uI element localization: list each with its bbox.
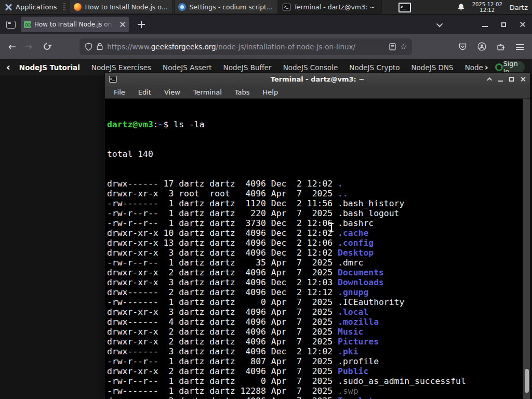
forward-button[interactable]: → [24, 41, 32, 52]
url-scheme: https://www. [107, 43, 151, 51]
nav-link[interactable]: NodeJS Tutorial [14, 63, 86, 72]
terminal-close-button[interactable] [520, 76, 526, 82]
terminal-line: -rw-r--r-- 1 dartz dartz 0 Apr 7 2025 .s… [107, 376, 523, 386]
taskbar-window-label: How to Install Node.js o... [85, 3, 167, 11]
terminal-launcher-button[interactable] [396, 2, 414, 13]
mouse-cursor-ibeam [329, 223, 334, 232]
terminal-menu-item[interactable]: Help [263, 88, 278, 96]
applications-menu-label: Applications [16, 3, 57, 11]
terminal-line: -rw-r--r-- 1 dartz dartz 3730 Dec 2 12:0… [107, 218, 523, 228]
tab-close-icon[interactable] [119, 21, 126, 28]
terminal-line: -rw-r--r-- 1 dartz dartz 35 Apr 7 2025 .… [107, 258, 523, 268]
terminal-menu-item[interactable]: Tabs [235, 88, 250, 96]
terminal-line: drwxr-xr-x 13 dartz dartz 4096 Dec 2 12:… [107, 238, 523, 248]
browser-toolbar: ← → https://www.geeksforgeeks.org/node-j… [0, 34, 532, 59]
browser-tab[interactable]: How to Install Node.js on [21, 17, 129, 32]
terminal-title: Terminal - dartz@vm3: ~ [105, 75, 530, 83]
terminal-scrollbar[interactable] [523, 99, 530, 399]
terminal-icon [398, 3, 411, 12]
nav-scroll-left-icon[interactable]: ‹ [6, 62, 10, 72]
notification-bell-icon[interactable] [457, 3, 465, 11]
tab-title: How to Install Node.js on [34, 21, 116, 28]
terminal-title-bar[interactable]: Terminal - dartz@vm3: ~ [105, 73, 530, 86]
terminal-menu-item[interactable]: Terminal [193, 88, 222, 96]
firefox-icon [74, 3, 82, 11]
terminal-window: Terminal - dartz@vm3: ~ FileEditViewTerm… [105, 73, 530, 399]
taskbar: How to Install Node.js o...Settings - co… [70, 0, 383, 14]
terminal-line: drwx------ 3 dartz dartz 4096 Dec 2 12:0… [107, 347, 523, 356]
applications-menu-button[interactable]: Applications [0, 0, 61, 14]
terminal-line: drwxr-xr-x 10 dartz dartz 4096 Dec 2 12:… [107, 228, 523, 238]
browser-tab-bar: How to Install Node.js on [0, 15, 532, 34]
taskbar-window-button[interactable]: Terminal - dartz@vm3: ~ [278, 0, 382, 14]
nav-link[interactable]: NodeJS DNS [406, 63, 459, 72]
url-path: /node-js/installation-of-node-js-on-linu… [216, 43, 356, 51]
prompt-symbol: $ [164, 119, 174, 129]
nav-link[interactable]: NodeJS Exercises [86, 63, 157, 72]
pocket-icon[interactable] [458, 43, 467, 51]
desktop-panel: Applications How to Install Node.js o...… [0, 0, 532, 15]
terminal-line: drwx------ 17 dartz dartz 4096 Dec 2 12:… [107, 179, 523, 189]
taskbar-window-label: Terminal - dartz@vm3: ~ [294, 3, 375, 11]
terminal-line: drwx------ 4 dartz dartz 4096 Apr 7 2025… [107, 317, 523, 327]
panel-grip [63, 3, 65, 11]
menu-hamburger-icon[interactable] [516, 44, 524, 50]
window-maximize-button[interactable] [501, 22, 506, 27]
account-icon[interactable] [477, 42, 486, 51]
terminal-content[interactable]: dartz@vm3:~$ ls -la total 140 drwx------… [105, 99, 523, 399]
terminal-line: drwxr-xr-x 2 dartz dartz 4096 Apr 7 2025… [107, 366, 523, 376]
nav-link[interactable]: NodeJS Console [277, 63, 344, 72]
extensions-puzzle-icon[interactable] [497, 43, 506, 51]
terminal-line: drwxr-xr-x 3 dartz dartz 4096 Apr 7 2025… [107, 307, 523, 317]
terminal-line: drwxr-xr-x 2 dartz dartz 4096 Apr 7 2025… [107, 396, 523, 399]
nav-link[interactable]: NodeJS Assert [157, 63, 218, 72]
terminal-line: -rw-r--r-- 1 dartz dartz 807 Apr 7 2025 … [107, 356, 523, 366]
terminal-menu-item[interactable]: File [114, 88, 125, 96]
prompt-command: ls -la [174, 119, 204, 129]
back-button[interactable]: ← [8, 41, 16, 52]
terminal-line: drwx------ 2 dartz dartz 4096 Dec 2 12:1… [107, 287, 523, 297]
list-tabs-icon[interactable] [436, 20, 443, 27]
reader-mode-icon[interactable] [389, 43, 396, 50]
prompt-user-host: dartz@vm3 [107, 119, 153, 129]
terminal-maximize-button[interactable] [509, 77, 514, 82]
terminal-menu-item[interactable]: Edit [138, 88, 151, 96]
new-tab-button[interactable] [136, 19, 147, 30]
terminal-line: drwxr-xr-x 3 root root 4096 Apr 7 2025 .… [107, 189, 523, 198]
nav-scroll-right-icon[interactable]: › [485, 62, 488, 72]
taskbar-window-label: Settings - codium script... [189, 3, 272, 11]
taskbar-window-button[interactable]: Settings - codium script... [174, 0, 277, 14]
applications-menu-icon [4, 3, 12, 11]
search-icon[interactable] [495, 63, 503, 71]
taskbar-window-button[interactable]: How to Install Node.js o... [70, 0, 173, 14]
nav-links: NodeJS TutorialNodeJS ExercisesNodeJS As… [14, 63, 489, 72]
bookmark-star-icon[interactable]: ☆ [400, 42, 407, 51]
window-close-button[interactable] [520, 21, 526, 28]
clock-date: 2025-12-02 [472, 2, 502, 7]
url-text: https://www.geeksforgeeks.org/node-js/in… [107, 43, 385, 51]
terminal-minimize-button[interactable] [498, 81, 503, 82]
tracking-shield-icon[interactable] [85, 43, 92, 51]
nav-link[interactable]: NodeJS Buffer [218, 63, 277, 72]
terminal-line: -rw------- 1 dartz dartz 0 Apr 7 2025 .I… [107, 297, 523, 307]
panel-tray: 2025-12-02 12:12 Dartz [457, 0, 532, 15]
panel-clock[interactable]: 2025-12-02 12:12 [472, 2, 502, 13]
terminal-prompt-line: dartz@vm3:~$ ls -la [107, 119, 523, 129]
firefox-view-icon[interactable] [6, 21, 16, 29]
terminal-menu-bar: FileEditViewTerminalTabsHelp [105, 86, 530, 99]
codium-icon [178, 3, 186, 11]
terminal-line: -rw------- 1 dartz dartz 12288 Apr 7 202… [107, 386, 523, 396]
nav-link[interactable]: NodeJS Crypto [343, 63, 405, 72]
terminal-listing: drwx------ 17 dartz dartz 4096 Dec 2 12:… [107, 179, 523, 399]
reload-button[interactable] [42, 42, 51, 51]
window-minimize-button[interactable] [482, 26, 488, 27]
terminal-scrollbar-thumb[interactable] [525, 369, 529, 393]
sign-in-button[interactable]: Sign In [503, 61, 525, 74]
terminal-line: drwxr-xr-x 2 dartz dartz 4096 Apr 7 2025… [107, 268, 523, 277]
prompt-path: ~ [158, 119, 164, 129]
lock-icon[interactable] [97, 43, 103, 50]
geeksforgeeks-favicon [24, 21, 31, 28]
url-bar[interactable]: https://www.geeksforgeeks.org/node-js/in… [79, 38, 412, 55]
user-menu[interactable]: Dartz [510, 4, 528, 11]
terminal-menu-item[interactable]: View [164, 88, 180, 96]
